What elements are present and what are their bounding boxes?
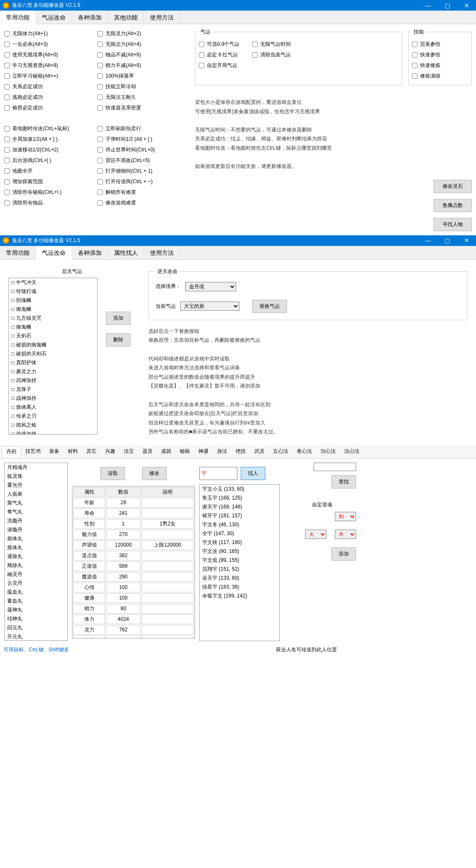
checkbox-row[interactable]: 必定 8 红气运: [199, 50, 239, 60]
subtab-6[interactable]: 法宝: [120, 446, 138, 457]
table-row[interactable]: 寿命241: [73, 508, 194, 518]
checkbox-row[interactable]: 立即刷新拍卖行: [97, 123, 187, 134]
checkbox[interactable]: [97, 42, 103, 47]
checkbox-row[interactable]: 雷区不遇敌(CtrL+5): [97, 155, 187, 166]
list-item[interactable]: □ 灵珠子: [9, 385, 97, 394]
list-item[interactable]: □ 真阳护体: [9, 358, 97, 367]
subtab-16[interactable]: 功心法: [316, 446, 340, 457]
tab-4[interactable]: 使用方法: [144, 246, 180, 259]
tab-0[interactable]: 常用功能: [0, 246, 36, 259]
list-item[interactable]: □ 御鬼幡: [9, 305, 97, 314]
checkbox[interactable]: [4, 42, 10, 47]
list-item[interactable]: 宇文枝 (117, 180): [200, 538, 279, 547]
checkbox-row[interactable]: 增加探索范围: [4, 176, 89, 187]
subtab-11[interactable]: 身法: [213, 446, 231, 457]
minimize-button[interactable]: —: [419, 0, 438, 11]
maximize-button[interactable]: ▢: [438, 235, 457, 246]
checkbox[interactable]: [4, 147, 10, 153]
delete-button[interactable]: 删除: [106, 333, 131, 346]
table-row[interactable]: 魔道值290: [73, 572, 194, 582]
attribute-table[interactable]: 属性数值说明 年龄28寿命241性别11男2女魅力值270声望值120000上限…: [72, 486, 195, 639]
checkbox[interactable]: [97, 158, 103, 163]
list-item[interactable]: □ 战神加持: [9, 394, 97, 403]
minimize-button[interactable]: —: [419, 235, 438, 246]
checkbox[interactable]: [252, 52, 258, 58]
checkbox[interactable]: [4, 31, 10, 36]
subtab-2[interactable]: 装备: [45, 446, 64, 457]
tab-4[interactable]: 使用方法: [144, 11, 180, 24]
select-jingjie[interactable]: 金丹境: [185, 282, 236, 291]
list-item[interactable]: 宇文冬 (46, 130): [200, 520, 279, 529]
checkbox-row[interactable]: 无限念力(Alt+4): [97, 39, 187, 50]
checkbox[interactable]: [4, 200, 10, 206]
list-item[interactable]: 回元丸: [5, 623, 67, 632]
checkbox-row[interactable]: 逃跑必定成功: [4, 92, 89, 103]
people-listbox[interactable]: 宇文小玉 (133, 60)朱玉宇 (166, 125)谢天宇 (168, 14…: [199, 484, 280, 641]
checkbox[interactable]: [97, 105, 103, 111]
checkbox-row[interactable]: 打开传送阵(CtrL + ~): [97, 176, 187, 187]
list-item[interactable]: 洗髓丹: [5, 516, 67, 525]
list-item[interactable]: 狐灵珠: [5, 472, 67, 481]
zdh-select-3[interactable]: 木: [335, 530, 356, 539]
checkbox-row[interactable]: 全局加速1/2(Alt + ] ): [4, 134, 89, 145]
list-item[interactable]: 结神丸: [5, 614, 67, 623]
table-row[interactable]: 念力668: [73, 636, 194, 639]
checkbox[interactable]: [97, 137, 103, 142]
checkbox-row[interactable]: 无限灵力(Alt+2): [97, 28, 187, 39]
checkbox-row[interactable]: 无限气运时间: [252, 39, 291, 50]
checkbox-row[interactable]: 偷窃必定成功: [4, 103, 89, 113]
right-find-button[interactable]: 查找: [331, 475, 356, 488]
checkbox[interactable]: [4, 179, 10, 184]
checkbox-row[interactable]: 快速修炼: [412, 60, 468, 71]
checkbox-row[interactable]: 关系必定成功: [4, 81, 89, 92]
checkbox-row[interactable]: 地图全开: [4, 166, 89, 176]
checkbox[interactable]: [4, 63, 10, 68]
subtab-9[interactable]: 秘籍: [175, 446, 194, 457]
subtab-0[interactable]: 丹药: [2, 446, 21, 458]
checkbox[interactable]: [4, 105, 10, 111]
table-row[interactable]: 灵力762: [73, 625, 194, 635]
checkbox-row[interactable]: 快速参悟: [412, 50, 468, 60]
checkbox[interactable]: [97, 52, 103, 58]
list-item[interactable]: 炼体丸: [5, 543, 67, 552]
subtab-8[interactable]: 成就: [157, 446, 175, 457]
zdh-select-2[interactable]: 火: [305, 530, 326, 539]
list-item[interactable]: □ 破损的天剑石: [9, 349, 97, 358]
list-item[interactable]: □ 蘑灵之力: [9, 367, 97, 376]
tab-1[interactable]: 气运改命: [36, 11, 72, 24]
table-row[interactable]: 声望值120000上限120000: [73, 540, 194, 550]
zdh-select-1[interactable]: 剑: [335, 512, 356, 521]
list-item[interactable]: 凝神丸: [5, 606, 67, 614]
list-item[interactable]: □ 玲珑灯魂: [9, 287, 97, 296]
list-item[interactable]: 合灵丹: [5, 579, 67, 588]
list-item[interactable]: 宇文连 (90, 165): [200, 547, 279, 556]
list-item[interactable]: 升元丸: [5, 632, 67, 641]
list-item[interactable]: 宇文侃 (99, 155): [200, 556, 279, 565]
checkbox-row[interactable]: 解锁所有难度: [97, 187, 187, 198]
checkbox[interactable]: [412, 63, 418, 68]
checkbox-row[interactable]: 使用无视境界(Alt+0): [4, 50, 89, 60]
table-row[interactable]: 正道值599: [73, 561, 194, 571]
checkbox-row[interactable]: 技能立即冷却: [97, 81, 187, 92]
checkbox-row[interactable]: 修炼满级: [412, 71, 468, 81]
checkbox-row[interactable]: 精力不减(Alt+8): [97, 60, 187, 71]
checkbox-row[interactable]: 自定开局气运: [199, 60, 239, 71]
add-button[interactable]: 添加: [106, 312, 131, 325]
list-item[interactable]: 人面果: [5, 490, 67, 499]
checkbox-row[interactable]: 可选0-9个气运: [199, 39, 239, 50]
checkbox[interactable]: [412, 42, 418, 47]
checkbox[interactable]: [4, 158, 10, 163]
list-item[interactable]: 朱玉宇 (166, 125): [200, 494, 279, 502]
list-item[interactable]: □ 炼体高人: [9, 403, 97, 412]
search-input[interactable]: [199, 467, 237, 480]
checkbox-row[interactable]: 打开储物间(CtrL + 1): [97, 166, 187, 176]
list-item[interactable]: 煅体丸: [5, 534, 67, 543]
list-item[interactable]: 隼气丸: [5, 508, 67, 516]
checkbox-row[interactable]: 一击必杀(Alt+3): [4, 39, 89, 50]
checkbox[interactable]: [4, 95, 10, 100]
list-item[interactable]: 令狐宇文 (189, 142): [200, 592, 279, 600]
checkbox[interactable]: [97, 200, 103, 206]
checkbox-row[interactable]: 物品不减(Alt+6): [97, 50, 187, 60]
subtab-13[interactable]: 武灵: [250, 446, 269, 457]
action-button[interactable]: 修改灵石: [434, 180, 472, 193]
